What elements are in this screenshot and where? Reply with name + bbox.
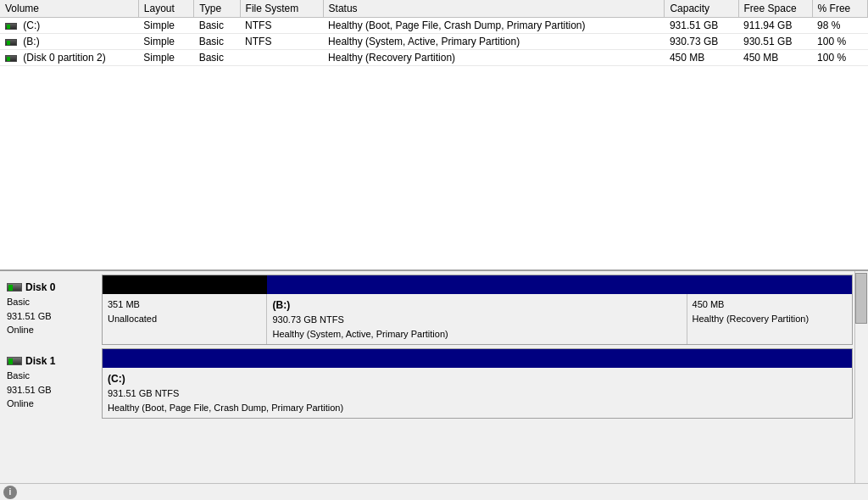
cell-status: Healthy (Boot, Page File, Crash Dump, Pr… (323, 18, 665, 34)
disk-0-bar-recovery (687, 275, 852, 294)
cell-pct: 100 % (812, 34, 867, 50)
cell-status: Healthy (System, Active, Primary Partiti… (323, 34, 665, 50)
col-header-freespace[interactable]: Free Space (738, 0, 812, 18)
disk-0-unalloc-size: 351 MB (108, 297, 261, 312)
disk-0-label: Disk 0 Basic 931.51 GB Online (0, 275, 102, 345)
disk-1-c-size: 931.51 GB NTFS (108, 386, 847, 401)
cell-fs: NTFS (240, 34, 323, 50)
col-header-status[interactable]: Status (323, 0, 665, 18)
disk-1-icon (7, 357, 22, 365)
cell-layout: Simple (138, 50, 193, 66)
disk-icon (5, 39, 17, 46)
cell-capacity: 931.51 GB (665, 18, 738, 34)
disk-1-type: Basic (7, 369, 95, 383)
disk-1-size: 931.51 GB (7, 383, 95, 397)
cell-free: 911.94 GB (738, 18, 812, 34)
cell-volume: (B:) (0, 34, 138, 50)
col-header-type[interactable]: Type (194, 0, 240, 18)
col-header-layout[interactable]: Layout (138, 0, 193, 18)
disk-0-size: 931.51 GB (7, 309, 95, 324)
disk-0-b-drive: (B:) (272, 297, 681, 313)
disk-0-partitions: 351 MB Unallocated (B:) 930.73 GB NTFS H… (102, 275, 853, 345)
col-header-capacity[interactable]: Capacity (665, 0, 738, 18)
disk-1-label: Disk 1 Basic 931.51 GB Online (0, 348, 102, 419)
disk-1-title: Disk 1 (7, 353, 95, 369)
statusbar-icon: i (3, 486, 17, 499)
cell-volume: (C:) (0, 18, 138, 34)
disk-1-status: Online (7, 397, 95, 411)
disk-0-recovery-status: Healthy (Recovery Partition) (693, 312, 847, 326)
disk-0-id: Disk 0 (25, 280, 55, 295)
cell-type: Basic (194, 18, 240, 34)
disk-0-status: Online (7, 323, 95, 337)
cell-type: Basic (194, 50, 240, 66)
col-header-filesystem[interactable]: File System (240, 0, 323, 18)
cell-status: Healthy (Recovery Partition) (323, 50, 665, 66)
disk-0-unalloc-label: Unallocated (108, 312, 261, 326)
disk-1-cell-c[interactable]: (C:) 931.51 GB NTFS Healthy (Boot, Page … (103, 368, 852, 418)
disk-0-cell-unalloc[interactable]: 351 MB Unallocated (103, 294, 267, 344)
disk-0-icon (7, 283, 22, 292)
cell-fs (240, 50, 323, 66)
disk-0-bar-b (267, 275, 687, 294)
disk-1-partitions: (C:) 931.51 GB NTFS Healthy (Boot, Page … (102, 348, 853, 419)
cell-type: Basic (194, 34, 240, 50)
cell-layout: Simple (138, 18, 193, 34)
scroll-thumb[interactable] (855, 273, 867, 324)
disk-0-recovery-size: 450 MB (693, 297, 847, 312)
disk-icon (5, 55, 17, 62)
table-header-row: Volume Layout Type File System Status Ca… (0, 0, 868, 18)
disk-0-details: 351 MB Unallocated (B:) 930.73 GB NTFS H… (103, 294, 852, 344)
disk-graphical-panel: Disk 0 Basic 931.51 GB Online 351 MB Una… (0, 271, 868, 483)
cell-pct: 98 % (812, 18, 867, 34)
disk-1-details: (C:) 931.51 GB NTFS Healthy (Boot, Page … (103, 368, 852, 418)
scrollbar-track[interactable] (854, 271, 868, 483)
disk-1-c-drive: (C:) (108, 371, 847, 386)
cell-volume: (Disk 0 partition 2) (0, 50, 138, 66)
cell-fs: NTFS (240, 18, 323, 34)
disk-0-title: Disk 0 (7, 280, 95, 295)
status-bar: i (0, 483, 868, 500)
disk-0-b-size: 930.73 GB NTFS (272, 313, 681, 327)
cell-capacity: 930.73 GB (665, 34, 738, 50)
disk-0-bar-unalloc (103, 275, 267, 294)
disk-icon (5, 23, 17, 30)
table-row[interactable]: (Disk 0 partition 2)SimpleBasicHealthy (… (0, 50, 868, 66)
volume-table: Volume Layout Type File System Status Ca… (0, 0, 868, 66)
table-row[interactable]: (B:)SimpleBasicNTFSHealthy (System, Acti… (0, 34, 868, 50)
disk-0-bars (103, 275, 852, 294)
disk-1-row: Disk 1 Basic 931.51 GB Online (C:) 931.5… (0, 348, 853, 419)
disk-1-bar-c (103, 349, 852, 368)
disk-1-id: Disk 1 (25, 353, 55, 369)
disk-0-b-status: Healthy (System, Active, Primary Partiti… (272, 327, 681, 342)
cell-layout: Simple (138, 34, 193, 50)
cell-free: 450 MB (738, 50, 812, 66)
disk-0-cell-b[interactable]: (B:) 930.73 GB NTFS Healthy (System, Act… (267, 294, 687, 344)
disk-0-type: Basic (7, 295, 95, 309)
col-header-volume[interactable]: Volume (0, 0, 138, 18)
disk-1-bars (103, 349, 852, 368)
col-header-pctfree[interactable]: % Free (812, 0, 867, 18)
cell-capacity: 450 MB (665, 50, 738, 66)
disk-0-cell-recovery[interactable]: 450 MB Healthy (Recovery Partition) (687, 294, 852, 344)
cell-free: 930.51 GB (738, 34, 812, 50)
cell-pct: 100 % (812, 50, 867, 66)
volume-list-panel: Volume Layout Type File System Status Ca… (0, 0, 868, 271)
disk-0-row: Disk 0 Basic 931.51 GB Online 351 MB Una… (0, 275, 853, 345)
table-row[interactable]: (C:)SimpleBasicNTFSHealthy (Boot, Page F… (0, 18, 868, 34)
disk-1-c-status: Healthy (Boot, Page File, Crash Dump, Pr… (108, 401, 847, 415)
